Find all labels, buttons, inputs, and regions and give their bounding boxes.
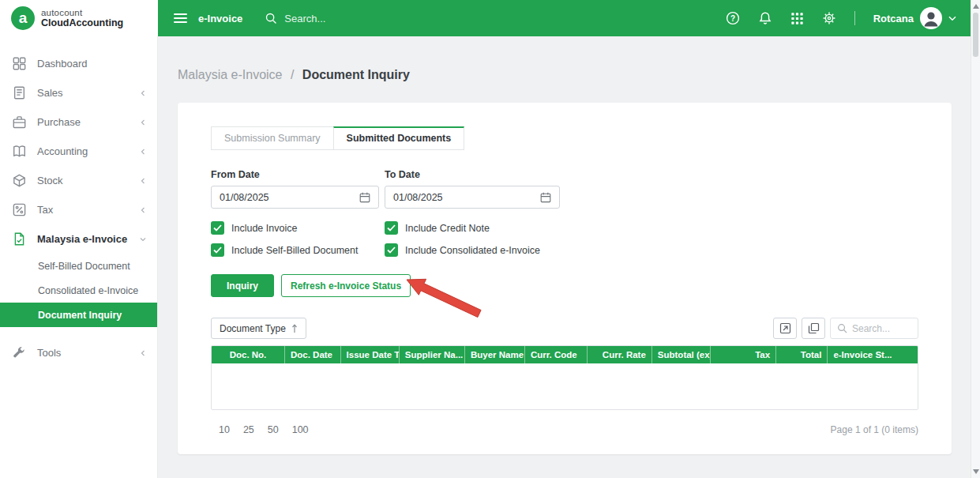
- sidebar-item-tax[interactable]: Tax: [0, 195, 157, 224]
- sales-icon: [13, 86, 28, 100]
- checkbox-checked-icon: [385, 243, 398, 257]
- page-size-25[interactable]: 25: [243, 424, 254, 435]
- sidebar-subitem-label: Self-Billed Document: [38, 261, 130, 272]
- sidebar-item-label: Accounting: [37, 145, 140, 157]
- column-header-subtotal-ex[interactable]: Subtotal (ex): [652, 346, 711, 363]
- sidebar-item-malaysia-e-invoice[interactable]: Malaysia e-Invoice: [0, 224, 157, 254]
- autocount-logo-icon: a: [11, 6, 35, 30]
- column-header-e-invoice-status[interactable]: e-Invoice St...: [828, 346, 918, 363]
- column-header-buyer-name[interactable]: Buyer Name: [465, 346, 525, 363]
- page-size-10[interactable]: 10: [219, 424, 230, 435]
- to-date-value: 01/08/2025: [393, 192, 443, 203]
- checkbox-include-invoice[interactable]: Include Invoice: [211, 221, 379, 235]
- calendar-icon[interactable]: [540, 192, 551, 203]
- help-icon[interactable]: ?: [726, 11, 740, 25]
- chevron-left-icon: [140, 350, 146, 356]
- checkbox-include-self-billed-document[interactable]: Include Self-Billed Document: [211, 243, 379, 257]
- documents-table: Doc. No. Doc. Date Issue Date T... Suppl…: [211, 345, 918, 410]
- tools-icon: [13, 346, 28, 359]
- scrollbar-thumb[interactable]: [973, 13, 978, 57]
- column-header-curr-code[interactable]: Curr. Code: [525, 346, 588, 363]
- tab-submission-summary[interactable]: Submission Summary: [211, 126, 334, 150]
- module-title: e-Invoice: [198, 13, 242, 24]
- settings-gear-icon[interactable]: [822, 11, 836, 25]
- sidebar-item-label: Stock: [37, 175, 140, 186]
- column-header-total[interactable]: Total: [776, 346, 828, 363]
- checkbox-checked-icon: [211, 221, 224, 235]
- sidebar-subitem-document-inquiry[interactable]: Document Inquiry: [0, 303, 157, 327]
- breadcrumb-parent[interactable]: Malaysia e-Invoice: [178, 68, 283, 81]
- global-search[interactable]: Search...: [265, 12, 325, 24]
- chevron-left-icon: [140, 149, 146, 155]
- search-icon: [265, 12, 277, 24]
- chevron-down-icon: [948, 16, 956, 21]
- sidebar-item-accounting[interactable]: Accounting: [0, 137, 157, 166]
- checkbox-include-credit-note[interactable]: Include Credit Note: [385, 221, 490, 235]
- app-logo: a autocount CloudAccounting: [0, 0, 158, 36]
- to-date-input[interactable]: 01/08/2025: [385, 186, 560, 209]
- copy-button[interactable]: [802, 318, 825, 339]
- column-header-issue-date-time[interactable]: Issue Date T...: [341, 346, 400, 363]
- page-size-100[interactable]: 100: [292, 424, 309, 435]
- sort-asc-icon: [291, 324, 298, 333]
- checkbox-checked-icon: [211, 243, 224, 257]
- checkbox-label: Include Self-Billed Document: [231, 245, 359, 256]
- stock-icon: [13, 174, 28, 187]
- page-size-50[interactable]: 50: [268, 424, 279, 435]
- logo-letter: a: [19, 9, 28, 27]
- pagination: 10 25 50 100 Page 1 of 1 (0 items): [211, 424, 918, 435]
- global-search-placeholder: Search...: [284, 13, 325, 24]
- sidebar-item-stock[interactable]: Stock: [0, 166, 157, 195]
- table-header-row: Doc. No. Doc. Date Issue Date T... Suppl…: [212, 346, 918, 363]
- from-date-value: 01/08/2025: [220, 192, 269, 203]
- from-date-input[interactable]: 01/08/2025: [211, 186, 379, 209]
- column-header-tax[interactable]: Tax: [711, 346, 776, 363]
- document-inquiry-card: Submission Summary Submitted Documents F…: [178, 103, 952, 454]
- avatar: [920, 7, 942, 29]
- sidebar: Dashboard Sales Purchase Accounting Stoc…: [0, 36, 158, 478]
- calendar-icon[interactable]: [359, 192, 370, 203]
- menu-icon[interactable]: [174, 11, 187, 25]
- column-header-curr-rate[interactable]: Curr. Rate: [588, 346, 651, 363]
- refresh-e-invoice-status-button[interactable]: Refresh e-Invoice Status: [281, 274, 411, 297]
- notifications-bell-icon[interactable]: [758, 11, 772, 25]
- document-type-group-chip[interactable]: Document Type: [211, 318, 306, 339]
- sidebar-item-purchase[interactable]: Purchase: [0, 107, 157, 137]
- table-empty-body: [212, 363, 918, 409]
- checkbox-include-consolidated-e-invoice[interactable]: Include Consolidated e-Invoice: [385, 243, 540, 257]
- tab-submitted-documents[interactable]: Submitted Documents: [333, 126, 465, 150]
- chevron-left-icon: [140, 90, 146, 96]
- sidebar-subitem-self-billed-document[interactable]: Self-Billed Document: [0, 254, 157, 278]
- dashboard-icon: [13, 57, 28, 70]
- column-header-doc-date[interactable]: Doc. Date: [285, 346, 341, 363]
- table-search-input[interactable]: [852, 323, 911, 334]
- breadcrumb-current: Document Inquiry: [302, 68, 410, 81]
- chevron-left-icon: [140, 207, 146, 213]
- user-menu[interactable]: Rotcana: [873, 7, 956, 29]
- sidebar-item-dashboard[interactable]: Dashboard: [0, 49, 157, 78]
- checkbox-checked-icon: [385, 221, 398, 235]
- brand-line1: autocount: [41, 8, 123, 17]
- page-scrollbar[interactable]: [971, 0, 980, 478]
- breadcrumb-separator: /: [291, 68, 294, 81]
- chevron-down-icon: [140, 236, 146, 243]
- sidebar-subitem-label: Document Inquiry: [38, 310, 122, 321]
- e-invoice-icon: [13, 232, 28, 246]
- sidebar-item-sales[interactable]: Sales: [0, 78, 157, 107]
- table-search: [830, 318, 918, 339]
- export-button[interactable]: [773, 318, 797, 339]
- sidebar-subitem-consolidated-e-invoice[interactable]: Consolidated e-Invoice: [0, 278, 157, 303]
- search-icon: [837, 323, 847, 333]
- copy-icon: [808, 322, 820, 334]
- scroll-up-icon[interactable]: [973, 4, 979, 9]
- topbar-divider: [854, 11, 855, 25]
- scroll-down-icon[interactable]: [973, 469, 979, 474]
- accounting-icon: [13, 145, 28, 158]
- inquiry-button[interactable]: Inquiry: [211, 274, 274, 297]
- username: Rotcana: [873, 13, 914, 24]
- column-header-doc-no[interactable]: Doc. No.: [212, 346, 285, 363]
- apps-grid-icon[interactable]: [790, 12, 804, 25]
- to-date-label: To Date: [385, 169, 420, 180]
- sidebar-item-tools[interactable]: Tools: [0, 338, 157, 367]
- column-header-supplier-name[interactable]: Supplier Na...: [400, 346, 465, 363]
